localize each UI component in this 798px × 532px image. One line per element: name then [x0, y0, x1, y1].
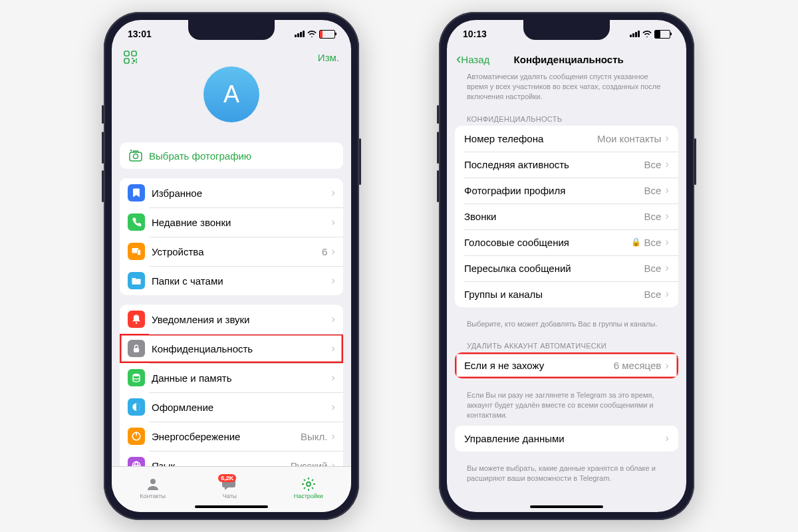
row-голосовые-сообщения[interactable]: Голосовые сообщения 🔒 Все › [455, 229, 678, 255]
section-privacy-footer: Выберите, кто может добавлять Вас в груп… [455, 317, 678, 334]
chevron-right-icon: › [331, 459, 335, 466]
svg-rect-1 [132, 51, 136, 56]
row-bell[interactable]: Уведомления и звуки › [120, 305, 343, 334]
settings-icon [301, 477, 317, 491]
wifi-icon [642, 31, 652, 37]
lock-icon [128, 340, 145, 357]
row-последняя-активность[interactable]: Последняя активность Все › [455, 152, 678, 178]
signal-icon [295, 31, 305, 37]
row-группы-и-каналы[interactable]: Группы и каналы Все › [455, 281, 678, 307]
home-indicator[interactable] [195, 505, 268, 508]
chevron-right-icon: › [331, 274, 335, 287]
chevron-right-icon: › [665, 359, 669, 372]
privacy-group: Номер телефона Мои контакты ›Последняя а… [455, 126, 678, 307]
svg-point-11 [133, 374, 140, 376]
row-звонки[interactable]: Звонки Все › [455, 203, 678, 229]
choose-photo-button[interactable]: + Выбрать фотографию [120, 142, 343, 169]
svg-point-3 [134, 61, 135, 62]
chevron-right-icon: › [331, 313, 335, 326]
lang-icon [128, 457, 145, 466]
status-indicators [295, 30, 335, 39]
chevron-right-icon: › [665, 184, 669, 197]
svg-rect-14 [136, 432, 137, 436]
data-icon [128, 369, 145, 386]
notch [188, 20, 275, 40]
row-data[interactable]: Данные и память › [120, 363, 343, 392]
qr-icon[interactable] [124, 51, 137, 64]
svg-point-16 [150, 479, 156, 484]
row-devices[interactable]: Устройства 6 › [120, 237, 343, 266]
svg-point-9 [136, 323, 137, 324]
status-time: 13:01 [128, 29, 152, 39]
chevron-right-icon: › [665, 287, 669, 301]
status-time: 10:13 [463, 29, 487, 39]
phone-settings: 13:01 Изм. A + Выбрать фотографию [104, 12, 359, 520]
chevron-right-icon: › [665, 261, 669, 275]
contacts-icon [145, 477, 161, 491]
settings-group-2: Уведомления и звуки › Конфиденциальность… [120, 305, 343, 466]
home-indicator[interactable] [530, 505, 603, 508]
chevron-right-icon: › [665, 235, 669, 249]
phone-privacy: 10:13 ‹ Назад Конфиденциальность Автомат… [439, 12, 694, 520]
signal-icon [630, 31, 640, 37]
tab-contacts[interactable]: Контакты [140, 477, 166, 499]
battery-icon [654, 30, 670, 39]
settings-group-1: Избранное › Недавние звонки › Устройства… [120, 178, 343, 295]
edit-button[interactable]: Изм. [318, 52, 339, 63]
battery-icon-low [319, 30, 335, 39]
manage-group: Управление данными › [455, 426, 678, 452]
chevron-right-icon: › [665, 158, 669, 171]
row-theme[interactable]: Оформление › [120, 392, 343, 422]
power-icon [128, 428, 145, 445]
folder-icon [128, 272, 145, 289]
svg-rect-2 [124, 59, 129, 63]
svg-point-5 [134, 154, 138, 159]
row-lock[interactable]: Конфиденциальность › [120, 334, 343, 363]
chevron-right-icon: › [331, 245, 335, 258]
lock-icon: 🔒 [631, 237, 641, 247]
wifi-icon [307, 31, 317, 37]
choose-photo-label: Выбрать фотографию [149, 150, 251, 162]
tab-chats[interactable]: 6,2K Чаты [221, 477, 237, 499]
chats-badge: 6,2K [218, 474, 236, 482]
row-bookmark[interactable]: Избранное › [120, 178, 343, 207]
row-lang[interactable]: Язык Русский › [120, 451, 343, 466]
row-фотографии-профиля[interactable]: Фотографии профиля Все › [455, 178, 678, 203]
avatar[interactable]: A [203, 66, 259, 122]
svg-rect-8 [138, 250, 141, 255]
chevron-right-icon: › [665, 432, 669, 445]
chevron-right-icon: › [665, 132, 669, 145]
chevron-right-icon: › [331, 371, 335, 384]
row-пересылка-сообщений[interactable]: Пересылка сообщений Все › [455, 255, 678, 281]
row-phone[interactable]: Недавние звонки › [120, 207, 343, 237]
status-indicators [630, 30, 670, 39]
svg-point-17 [307, 482, 311, 486]
section-privacy-header: КОНФИДЕНЦИАЛЬНОСТЬ [455, 107, 678, 126]
bookmark-icon [128, 184, 145, 201]
tab-settings[interactable]: Настройки [294, 477, 323, 499]
row-номер-телефона[interactable]: Номер телефона Мои контакты › [455, 126, 678, 152]
devices-icon [128, 243, 145, 260]
row-auto-delete-account[interactable]: Если я не захожу 6 месяцев › [455, 352, 678, 378]
section-delete-header: УДАЛИТЬ АККАУНТ АВТОМАТИЧЕСКИ [455, 334, 678, 352]
row-power[interactable]: Энергосбережение Выкл. › [120, 422, 343, 451]
delete-group: Если я не захожу 6 месяцев › [455, 352, 678, 378]
phone-icon [128, 213, 145, 231]
chevron-right-icon: › [331, 186, 335, 200]
notch [523, 20, 610, 40]
chevron-right-icon: › [331, 215, 335, 229]
row-manage-data[interactable]: Управление данными › [455, 426, 678, 452]
chevron-right-icon: › [331, 430, 335, 443]
row-folder[interactable]: Папки с чатами › [120, 266, 343, 295]
theme-icon [128, 398, 145, 416]
manage-footer: Вы можете выбрать, какие данные хранятся… [455, 461, 678, 489]
svg-text:+: + [130, 150, 133, 154]
auto-delete-msgs-footer: Автоматически удалять сообщения спустя у… [455, 72, 678, 107]
section-delete-footer: Если Вы ни разу не заглянете в Telegram … [455, 388, 678, 426]
nav-bar: ‹ Назад Конфиденциальность [447, 48, 686, 72]
chevron-right-icon: › [665, 209, 669, 223]
svg-rect-0 [124, 51, 129, 56]
bell-icon [128, 311, 145, 328]
chevron-right-icon: › [331, 400, 335, 414]
chevron-right-icon: › [331, 342, 335, 355]
